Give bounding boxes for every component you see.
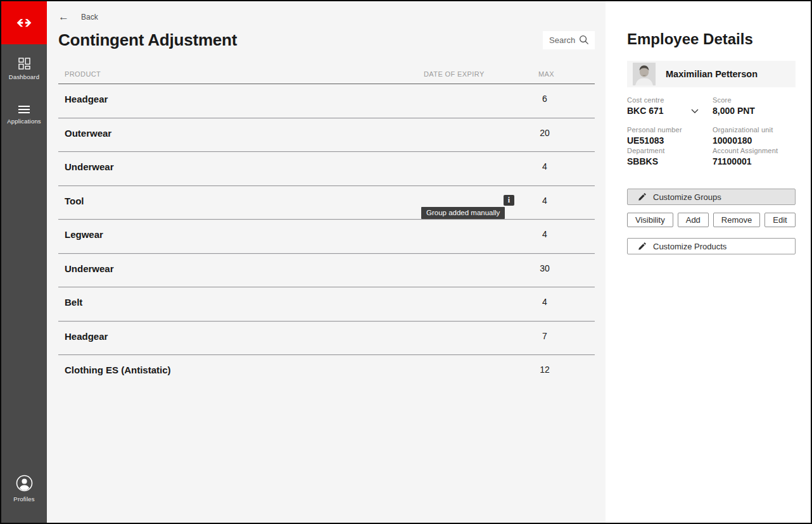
sidebar: Dashboard Applications Profiles: [1, 1, 47, 523]
table-row[interactable]: Underwear 30 i: [58, 254, 595, 288]
date-of-expiry-cell: [424, 321, 538, 355]
group-actions-row: Visibility Add Remove Edit: [627, 213, 796, 227]
max-cell: 12: [538, 355, 595, 389]
date-of-expiry-cell: [424, 287, 538, 321]
brand-logo[interactable]: [1, 1, 47, 44]
table-row[interactable]: Clothing ES (Antistatic) 12 i: [58, 355, 595, 389]
sidebar-item-label: Profiles: [13, 496, 34, 502]
product-cell: Clothing ES (Antistatic): [58, 355, 424, 389]
sidebar-item-applications[interactable]: Applications: [1, 105, 47, 125]
column-header-max: MAX: [538, 70, 595, 78]
table-row[interactable]: Headgear 6 i: [58, 84, 595, 118]
date-of-expiry-cell: [424, 220, 538, 253]
customize-products-button[interactable]: Customize Products: [627, 238, 796, 254]
max-cell: 7: [538, 321, 595, 355]
search-input[interactable]: Search: [543, 31, 595, 49]
date-of-expiry-cell: [424, 152, 538, 185]
sidebar-item-dashboard[interactable]: Dashboard: [1, 58, 47, 80]
max-cell: 4: [538, 152, 595, 185]
info-icon[interactable]: i: [504, 195, 514, 206]
max-cell: 4: [538, 186, 595, 213]
field-organizational-unit: Organizational unit 10000180: [713, 126, 796, 146]
table-row[interactable]: Legwear 4 i: [58, 220, 595, 254]
product-cell: Underwear: [58, 152, 424, 185]
max-cell: 6: [538, 84, 595, 118]
table-row[interactable]: Headgear 7 i: [58, 321, 595, 356]
add-button[interactable]: Add: [678, 213, 709, 227]
product-cell: Tool: [58, 186, 424, 213]
visibility-button[interactable]: Visibility: [627, 213, 673, 227]
product-cell: Headgear: [58, 84, 424, 118]
table-body: Headgear 6 i Outerwear 20 i Underw: [58, 84, 595, 389]
back-arrow-icon: ←: [58, 11, 69, 22]
table-row[interactable]: Outerwear 20 i: [58, 118, 595, 153]
column-header-date-of-expiry: DATE OF EXPIRY: [424, 70, 538, 78]
product-cell: Underwear: [58, 254, 424, 287]
field-account-assignment: Account Assignment 71100001: [713, 147, 796, 166]
remove-button[interactable]: Remove: [713, 213, 760, 227]
column-header-product: PRODUCT: [58, 70, 424, 78]
date-of-expiry-cell: [424, 355, 538, 389]
table-header-row: PRODUCT DATE OF EXPIRY MAX: [58, 49, 595, 84]
employee-name: Maximilian Petterson: [666, 69, 758, 79]
employee-details-panel: Employee Details Maximilian Petterson Co…: [606, 1, 812, 523]
employee-card: Maximilian Petterson: [627, 61, 796, 87]
sidebar-item-profiles[interactable]: Profiles: [1, 475, 47, 502]
max-cell: 4: [538, 220, 595, 253]
product-cell: Headgear: [58, 321, 424, 355]
table-row[interactable]: Underwear 4 i: [58, 152, 595, 186]
field-score: Score 8,000 PNT: [713, 96, 796, 116]
product-cell: Legwear: [58, 220, 424, 253]
customize-groups-button[interactable]: Customize Groups: [627, 189, 796, 205]
edit-button[interactable]: Edit: [764, 213, 795, 227]
date-of-expiry-cell: [424, 84, 538, 118]
max-cell: 30: [538, 254, 595, 287]
sidebar-item-label: Applications: [7, 118, 41, 125]
chevron-down-icon[interactable]: [691, 109, 699, 113]
search-icon[interactable]: [579, 35, 589, 45]
max-cell: 4: [538, 287, 595, 321]
back-button[interactable]: ← Back: [58, 1, 115, 23]
pencil-icon: [638, 242, 647, 251]
tooltip-group-added-manually: Group added manually: [421, 207, 505, 219]
date-of-expiry-cell: [424, 118, 538, 152]
back-label: Back: [81, 13, 98, 22]
field-personal-number: Personal number UE51083: [627, 126, 713, 146]
table-row[interactable]: Belt 4 i: [58, 287, 595, 321]
app-window: Dashboard Applications Profiles: [0, 0, 812, 524]
product-cell: Outerwear: [58, 118, 424, 152]
table-row[interactable]: Tool 4 i Group added manually: [58, 186, 595, 220]
panel-title: Employee Details: [627, 30, 796, 48]
pencil-icon: [638, 192, 647, 201]
main-content: ← Back Contingent Adjustment Search PROD…: [47, 1, 606, 523]
search-placeholder: Search: [549, 35, 575, 45]
field-cost-centre: Cost centre BKC 671: [627, 96, 713, 116]
profile-person-icon: [16, 475, 33, 492]
date-of-expiry-cell: [424, 254, 538, 287]
avatar: [633, 63, 656, 85]
max-cell: 20: [538, 118, 595, 152]
dashboard-icon: [18, 58, 30, 70]
sidebar-item-label: Dashboard: [9, 73, 39, 80]
product-cell: Belt: [58, 287, 424, 321]
applications-menu-icon: [18, 105, 30, 114]
field-department: Department SBBKS: [627, 147, 713, 166]
page-title: Contingent Adjustment: [58, 30, 237, 50]
double-arrow-logo-icon: [15, 18, 33, 27]
